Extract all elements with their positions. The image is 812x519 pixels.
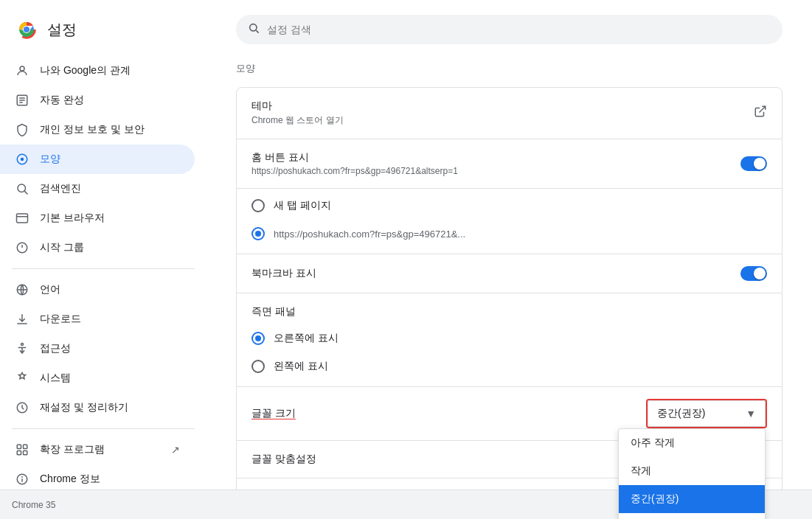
language-icon xyxy=(15,282,30,297)
theme-label: 테마 xyxy=(251,100,344,113)
font-size-current-value: 중간(권장) xyxy=(657,407,705,420)
font-size-option-0[interactable]: 아주 작게 xyxy=(619,429,765,457)
sidebar-item-system[interactable]: 시스템 xyxy=(0,363,195,393)
bookmarks-bar-toggle[interactable] xyxy=(740,266,767,281)
svg-line-31 xyxy=(760,106,766,112)
home-url-radio[interactable] xyxy=(251,227,265,240)
home-option-url[interactable]: https://poshukach.com?fr=ps&gp=496721&..… xyxy=(251,223,767,245)
side-panel-left[interactable]: 왼쪽에 표시 xyxy=(251,355,767,377)
search-icon xyxy=(248,22,260,37)
settings-card: 테마 Chrome 웹 스토어 열기 홈 버튼 표시 https://poshu… xyxy=(236,87,782,516)
startup-icon xyxy=(15,240,30,255)
bookmarks-bar-row: 북마크바 표시 xyxy=(237,254,782,293)
chrome-logo-icon xyxy=(15,18,38,41)
sidebar-item-label: 기본 브라우저 xyxy=(40,212,180,225)
svg-point-4 xyxy=(20,66,24,71)
svg-point-29 xyxy=(250,24,257,31)
svg-rect-22 xyxy=(17,445,21,448)
side-panel-right-label: 오른쪽에 표시 xyxy=(274,332,339,345)
reset-icon xyxy=(15,400,30,415)
svg-point-10 xyxy=(21,158,24,161)
main-content: 모양 테마 Chrome 웹 스토어 열기 홈 버튼 표시 https://po… xyxy=(207,0,812,519)
sidebar-nav: 나와 Google의 관계 자동 완성 개인 정보 보호 및 보안 모양 검색엔… xyxy=(0,56,207,494)
sidebar: 설정 나와 Google의 관계 자동 완성 개인 정보 보호 및 보안 모양 xyxy=(0,0,207,519)
sidebar-item-accessibility[interactable]: 접근성 xyxy=(0,334,195,363)
sidebar-item-label: 개인 정보 보호 및 보안 xyxy=(40,123,180,136)
about-icon xyxy=(15,472,30,487)
sidebar-divider xyxy=(12,268,195,269)
theme-action xyxy=(754,105,767,122)
shield-icon xyxy=(15,122,30,137)
sidebar-item-label: 나와 Google의 관계 xyxy=(40,64,180,77)
svg-line-30 xyxy=(256,30,259,33)
search-bar xyxy=(236,15,782,44)
home-options-group: 새 탭 페이지 https://poshukach.com?fr=ps&gp=4… xyxy=(237,189,782,254)
home-newtab-label: 새 탭 페이지 xyxy=(274,199,331,212)
sidebar-item-reset[interactable]: 재설정 및 정리하기 xyxy=(0,393,195,422)
sidebar-item-download[interactable]: 다운로드 xyxy=(0,304,195,334)
home-button-toggle[interactable] xyxy=(740,156,767,171)
font-size-dropdown-wrapper: 중간(권장) ▼ 아주 작게 작게 중간(권장) 크게 아주 크게 xyxy=(646,399,767,428)
sidebar-item-label: 검색엔진 xyxy=(40,182,180,195)
sidebar-item-label: 모양 xyxy=(40,153,180,166)
autofill-icon xyxy=(15,93,30,108)
external-link-icon: ↗ xyxy=(171,444,180,456)
browser-icon xyxy=(15,211,30,226)
side-panel-right-radio[interactable] xyxy=(251,332,265,345)
font-size-dropdown[interactable]: 중간(권장) ▼ xyxy=(648,400,766,427)
font-size-option-1[interactable]: 작게 xyxy=(619,457,765,485)
search-bar-container xyxy=(236,15,782,44)
home-button-row: 홈 버튼 표시 https://poshukach.com?fr=ps&gp=4… xyxy=(237,139,782,189)
bottom-bar-text: Chrome 35 xyxy=(12,500,55,510)
dropdown-arrow-icon: ▼ xyxy=(746,408,756,419)
sidebar-item-label: 언어 xyxy=(40,283,180,296)
home-button-label: 홈 버튼 표시 xyxy=(251,151,458,164)
home-url-radio-inner xyxy=(255,231,261,237)
theme-external-icon[interactable] xyxy=(754,105,767,122)
sidebar-item-extensions[interactable]: 확장 프로그램 ↗ xyxy=(0,435,195,464)
theme-info: 테마 Chrome 웹 스토어 열기 xyxy=(251,100,344,127)
sidebar-item-label: Chrome 정보 xyxy=(40,473,180,486)
sidebar-item-appearance[interactable]: 모양 xyxy=(0,144,195,174)
font-size-row: 글꼴 크기 중간(권장) ▼ 아주 작게 작게 중간(권장) 크게 아주 크게 xyxy=(237,387,782,441)
system-icon xyxy=(15,371,30,386)
sidebar-item-profile[interactable]: 나와 Google의 관계 xyxy=(0,56,195,86)
sidebar-item-autofill[interactable]: 자동 완성 xyxy=(0,86,195,115)
side-panel-right-inner xyxy=(255,335,261,341)
sidebar-item-browser[interactable]: 기본 브라우저 xyxy=(0,203,195,233)
svg-point-11 xyxy=(18,184,26,192)
appearance-icon xyxy=(15,152,30,167)
sidebar-divider-2 xyxy=(12,428,195,429)
home-url-label: https://poshukach.com?fr=ps&gp=496721&..… xyxy=(274,229,465,240)
sidebar-item-label: 시작 그룹 xyxy=(40,241,180,254)
svg-line-12 xyxy=(24,191,27,194)
sidebar-item-privacy[interactable]: 개인 정보 보호 및 보안 xyxy=(0,115,195,144)
sidebar-item-search[interactable]: 검색엔진 xyxy=(0,174,195,203)
sidebar-item-language[interactable]: 언어 xyxy=(0,275,195,304)
svg-point-28 xyxy=(22,477,23,478)
home-button-sublabel: https://poshukach.com?fr=ps&gp=496721&al… xyxy=(251,166,458,176)
font-size-option-2[interactable]: 중간(권장) xyxy=(619,485,765,513)
svg-rect-24 xyxy=(17,451,21,455)
sidebar-item-label: 확장 프로그램 xyxy=(40,443,161,456)
side-panel-left-radio[interactable] xyxy=(251,360,265,373)
bookmarks-bar-info: 북마크바 표시 xyxy=(251,267,316,280)
section-title: 모양 xyxy=(236,62,782,75)
sidebar-item-startup[interactable]: 시작 그룹 xyxy=(0,233,195,262)
home-option-newtab[interactable]: 새 탭 페이지 xyxy=(251,195,767,217)
home-button-info: 홈 버튼 표시 https://poshukach.com?fr=ps&gp=4… xyxy=(251,151,458,176)
svg-point-20 xyxy=(21,344,24,346)
sidebar-item-label: 재설정 및 정리하기 xyxy=(40,401,180,414)
side-panel-label: 즉면 패널 xyxy=(251,305,296,318)
font-size-option-3[interactable]: 크게 xyxy=(619,513,765,519)
svg-point-3 xyxy=(24,27,30,32)
home-newtab-radio[interactable] xyxy=(251,199,265,212)
search-nav-icon xyxy=(15,181,30,196)
side-panel-right[interactable]: 오른쪽에 표시 xyxy=(251,327,767,349)
side-panel-title-row: 즉면 패널 xyxy=(237,293,782,321)
svg-rect-23 xyxy=(24,445,27,448)
bookmarks-bar-label: 북마크바 표시 xyxy=(251,267,316,280)
font-size-menu: 아주 작게 작게 중간(권장) 크게 아주 크게 xyxy=(618,428,766,519)
side-panel-left-label: 왼쪽에 표시 xyxy=(274,360,328,373)
search-input[interactable] xyxy=(267,24,771,35)
